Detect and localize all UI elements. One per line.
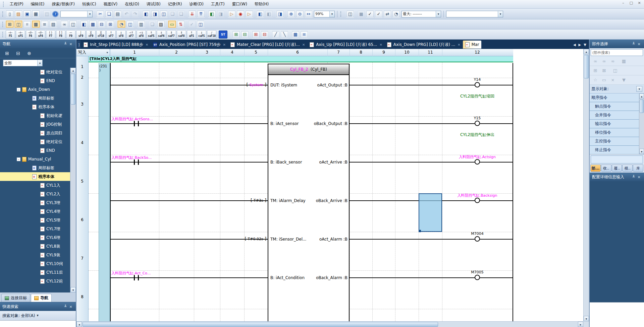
parts-tab[interactable]: 模.. <box>622 165 633 172</box>
io-assignment-icon[interactable]: ⌗ <box>23 21 31 28</box>
close-icon[interactable]: × <box>68 305 73 309</box>
tab-navigation[interactable]: 导航 <box>31 294 52 302</box>
new-project-icon[interactable]: ▯ <box>6 10 14 17</box>
menu-item[interactable]: 调试(B) <box>143 1 164 7</box>
pointer-icon[interactable]: ◉ <box>236 10 245 18</box>
read-from-plc-icon[interactable]: ⇈ <box>197 10 205 18</box>
ladder-symbol-button[interactable]: ↕saF8 <box>177 30 186 39</box>
instruction-category[interactable]: 移位指令 <box>590 128 639 137</box>
device-list-icon[interactable]: ▨ <box>157 20 165 28</box>
device-test-icon[interactable]: ◫ <box>197 20 205 28</box>
quick-search-input[interactable] <box>0 320 76 327</box>
document-tab[interactable]: Init_Step [PRG] [LD] 888步 ✕ <box>81 41 151 49</box>
menu-item[interactable]: 转换(C) <box>78 1 100 7</box>
config-detail-input[interactable] <box>590 302 644 327</box>
document-tab[interactable]: Axis_Up [PRG] [LD] (只读) 65... ✕ <box>307 41 385 49</box>
scroll-up-icon[interactable]: ▲ <box>70 68 76 73</box>
write-to-plc-icon[interactable]: ⇊ <box>188 10 196 18</box>
scroll-left-icon[interactable]: ◀ <box>76 322 82 327</box>
redo-icon[interactable]: ↷ <box>131 10 139 18</box>
mode-cell[interactable]: 写入▼ <box>76 49 110 56</box>
menu-item[interactable]: 窗口(W) <box>228 1 251 7</box>
device-comment-icon[interactable]: ◧ <box>208 10 216 18</box>
instruction-category[interactable]: 输出指令 <box>590 120 639 128</box>
menu-item[interactable]: 编辑(E) <box>27 1 48 7</box>
close-icon[interactable]: × <box>636 42 642 46</box>
menu-item[interactable]: 诊断(D) <box>185 1 207 7</box>
tree-item[interactable]: 原点回归 <box>0 129 76 137</box>
ladder-symbol-button[interactable]: ╳cF10 <box>96 30 106 39</box>
paste-option-icon[interactable]: ❏ <box>168 10 176 18</box>
monitor-start-icon[interactable]: ◧ <box>256 10 264 18</box>
trace-icon[interactable]: ▦ <box>291 31 300 38</box>
watch-start-icon[interactable]: ◔ <box>117 20 125 28</box>
output-coil[interactable] <box>475 159 480 165</box>
output-coil[interactable] <box>475 121 480 126</box>
parts-tab[interactable]: 库 <box>633 165 643 172</box>
note-icon[interactable]: ▷ <box>245 10 253 18</box>
open-project-icon[interactable]: ▨ <box>14 10 22 17</box>
menu-item[interactable]: 帮助(H) <box>251 1 272 7</box>
ladder-symbol-button[interactable]: ∕caF10 <box>207 30 216 39</box>
output-coil[interactable] <box>475 275 480 280</box>
scroll-down-icon[interactable]: ▼ <box>639 149 644 154</box>
parts-search-input[interactable]: (部件搜索) <box>591 49 643 56</box>
ladder-edit-b-icon[interactable]: ⊟ <box>241 31 249 38</box>
output-coil[interactable] <box>475 236 480 242</box>
tab-close-icon[interactable]: ✕ <box>223 43 226 47</box>
tree-item[interactable]: 局部标签 <box>0 94 76 103</box>
contact-symbol[interactable] <box>134 275 135 280</box>
window-maximize-icon[interactable]: ▢ <box>629 1 634 5</box>
cross-reference-icon[interactable]: ❏ <box>148 20 156 28</box>
wire-delete-icon[interactable]: ╲ <box>280 31 288 38</box>
ladder-symbol-button[interactable]: ⊣↑aF7 <box>126 30 136 39</box>
favorite-star-icon[interactable]: ☆ <box>591 76 599 84</box>
print-icon[interactable]: ▦ <box>32 10 40 17</box>
expand-icon[interactable] <box>17 88 20 91</box>
function-block-icon[interactable]: ◫ <box>14 20 22 28</box>
vertical-scrollbar[interactable]: ▲ ▼ <box>583 49 589 321</box>
tab-scroll-left-icon[interactable]: ◀ <box>573 43 576 47</box>
ladder-edit-a-icon[interactable]: ⊞ <box>232 31 240 38</box>
output-coil[interactable] <box>475 198 480 203</box>
tree-item[interactable]: CYL9装 <box>0 251 76 259</box>
tree-item[interactable]: CYL7理 <box>0 224 76 233</box>
undo-icon[interactable]: ↶ <box>122 10 130 18</box>
zoom-fit-icon[interactable]: ↔ <box>305 10 313 18</box>
tree-item[interactable]: CYL6理 <box>0 233 76 242</box>
tree-item[interactable]: 绝对定位 <box>0 137 76 146</box>
monitor-write-icon[interactable]: ◨ <box>276 10 284 18</box>
tab-connection-target[interactable]: 连接目标 <box>1 294 30 302</box>
document-tab[interactable]: Mar ✕ <box>463 41 482 49</box>
ladder-symbol-button[interactable]: ╳cF9 <box>86 30 96 39</box>
filter-icon[interactable]: ▼ <box>620 76 628 84</box>
statement-icon[interactable]: ▷ <box>228 10 236 18</box>
statement-display-icon[interactable]: ≡ <box>41 20 49 28</box>
delete-icon[interactable]: × <box>609 76 617 84</box>
copy-icon[interactable]: ❏ <box>105 10 113 18</box>
contact-symbol[interactable] <box>134 121 135 126</box>
edit-mode-icon[interactable]: ▭ <box>168 20 176 28</box>
ladder-symbol-button[interactable]: ↑sF7 <box>106 30 116 39</box>
close-icon[interactable]: × <box>68 42 73 46</box>
instruction-category[interactable]: 顺序指令 <box>590 93 639 102</box>
tab-list-icon[interactable]: ▼ <box>584 43 586 47</box>
selected-part-field[interactable] <box>591 155 643 164</box>
rung-title[interactable]: [Title]CYL2入料_阻挡气缸 <box>89 56 513 62</box>
io-system-icon[interactable]: ⇅ <box>177 20 185 28</box>
tree-item[interactable]: END <box>0 146 76 155</box>
device-batch-icon[interactable]: ◨ <box>151 10 159 18</box>
tree-item[interactable]: JOG控制 <box>0 120 76 129</box>
ladder-symbol-button[interactable]: ⊣⊢F5 <box>6 30 15 39</box>
window-close-icon[interactable]: × <box>637 1 642 5</box>
multiple-monitor-icon[interactable]: ◫ <box>346 10 354 18</box>
list-display-icon[interactable]: ≡ <box>300 31 308 38</box>
device-io-icon[interactable]: ◫ <box>160 10 168 18</box>
search-target-selector[interactable]: 搜索对象: 全部(A)▼ <box>0 311 76 320</box>
ladder-symbol-button[interactable]: ↑aF5 <box>187 30 196 39</box>
zoom-in-icon[interactable]: ⊕ <box>287 10 295 18</box>
document-tab[interactable]: Axis_Position [PRG] [ST] 759步 ✕ <box>151 41 228 49</box>
check-program-icon[interactable]: ✓ <box>366 10 374 18</box>
tree-item[interactable]: 程序本体 <box>0 103 76 111</box>
ladder-symbol-button[interactable]: ⇓saF6 <box>157 30 166 39</box>
